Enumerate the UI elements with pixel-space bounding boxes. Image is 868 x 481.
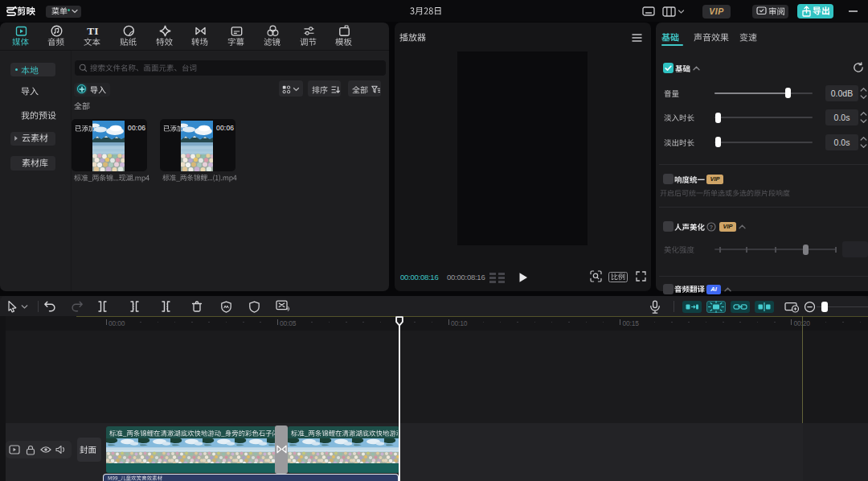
svg-text:TI: TI: [87, 25, 98, 37]
svg-text:?: ?: [710, 224, 713, 230]
